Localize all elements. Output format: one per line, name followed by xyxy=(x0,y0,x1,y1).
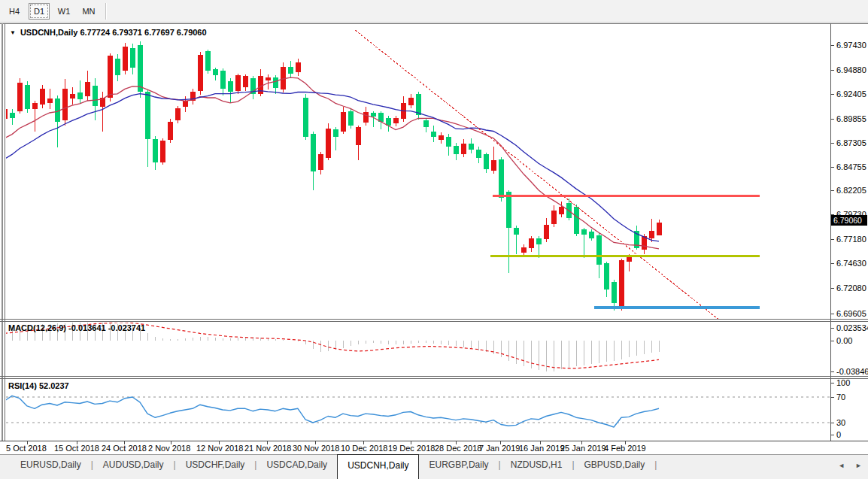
svg-text:6.77180: 6.77180 xyxy=(836,235,866,244)
timeframe-button-h4[interactable]: H4 xyxy=(4,3,25,20)
svg-text:0.023534: 0.023534 xyxy=(836,323,868,332)
svg-text:0: 0 xyxy=(836,430,841,439)
svg-text:-0.038466: -0.038466 xyxy=(836,367,868,376)
tab-gbpusd[interactable]: GBPUSD,Daily xyxy=(575,455,655,474)
tab-scroll-right-icon[interactable]: ► xyxy=(855,462,862,469)
svg-text:21 Nov 2018: 21 Nov 2018 xyxy=(244,444,291,453)
tab-eurusd[interactable]: EURUSD,Daily xyxy=(11,455,91,474)
svg-text:30 Nov 2018: 30 Nov 2018 xyxy=(293,444,339,453)
tab-usdchf[interactable]: USDCHF,Daily xyxy=(176,455,255,474)
svg-text:6.87305: 6.87305 xyxy=(836,138,866,147)
svg-text:12 Nov 2018: 12 Nov 2018 xyxy=(196,444,243,453)
svg-text:4 Feb 2019: 4 Feb 2019 xyxy=(604,444,646,453)
svg-text:6.74630: 6.74630 xyxy=(836,259,866,268)
svg-text:6.97430: 6.97430 xyxy=(836,41,866,50)
date-axis: 5 Oct 201815 Oct 201824 Oct 20182 Nov 20… xyxy=(6,441,646,453)
tab-usdcad[interactable]: USDCAD,Daily xyxy=(256,455,337,474)
timeframe-button-mn[interactable]: MN xyxy=(78,3,99,20)
svg-text:6.69605: 6.69605 xyxy=(836,309,866,318)
timeframe-button-w1[interactable]: W1 xyxy=(53,3,74,20)
svg-text:19 Dec 2018: 19 Dec 2018 xyxy=(388,444,435,453)
svg-text:25 Jan 2019: 25 Jan 2019 xyxy=(560,444,606,453)
svg-text:6.94880: 6.94880 xyxy=(836,65,866,74)
svg-text:24 Oct 2018: 24 Oct 2018 xyxy=(102,444,147,453)
tab-usdcnh[interactable]: USDCNH,Daily xyxy=(337,454,419,479)
tab-separator: | xyxy=(654,455,657,470)
chart-svg: 6.974306.948806.924056.898556.873056.847… xyxy=(0,23,868,454)
svg-text:6.82205: 6.82205 xyxy=(836,186,866,195)
tab-eurgbp[interactable]: EURGBP,Daily xyxy=(419,455,498,474)
svg-text:30: 30 xyxy=(836,418,845,427)
timeframe-button-d1[interactable]: D1 xyxy=(29,3,50,20)
svg-text:7 Jan 2019: 7 Jan 2019 xyxy=(479,444,520,453)
tab-nzdusd[interactable]: NZDUSD,H1 xyxy=(501,455,572,474)
toolbar-separator xyxy=(105,3,107,20)
svg-text:6.92405: 6.92405 xyxy=(836,89,866,99)
timeframe-buttons: H4D1W1MN xyxy=(0,3,99,20)
svg-text:5 Oct 2018: 5 Oct 2018 xyxy=(6,444,47,453)
svg-text:2 Nov 2018: 2 Nov 2018 xyxy=(148,444,190,453)
svg-text:70: 70 xyxy=(836,393,845,402)
tab-nav: ◄ ► xyxy=(838,462,862,469)
current-price-badge: 6.79060 xyxy=(831,215,867,226)
svg-text:28 Dec 2018: 28 Dec 2018 xyxy=(435,444,481,453)
trading-platform-window: H4D1W1MN 6.974306.948806.924056.898556.8… xyxy=(0,0,868,479)
tabs-container: EURUSD,Daily|AUDUSD,Daily|USDCHF,Daily|U… xyxy=(0,455,657,479)
toolbar: H4D1W1MN xyxy=(0,0,868,23)
svg-text:6.89855: 6.89855 xyxy=(836,114,866,123)
svg-text:0.00: 0.00 xyxy=(836,336,852,345)
symbol-tab-bar: EURUSD,Daily|AUDUSD,Daily|USDCHF,Daily|U… xyxy=(0,454,868,479)
svg-text:6.72080: 6.72080 xyxy=(836,283,866,293)
svg-text:6.84755: 6.84755 xyxy=(836,162,866,171)
tab-scroll-left-icon[interactable]: ◄ xyxy=(838,462,845,469)
svg-text:10 Dec 2018: 10 Dec 2018 xyxy=(341,444,387,453)
svg-text:15 Oct 2018: 15 Oct 2018 xyxy=(54,444,99,453)
tab-audusd[interactable]: AUDUSD,Daily xyxy=(93,455,174,474)
svg-text:100: 100 xyxy=(836,378,850,387)
svg-text:16 Jan 2019: 16 Jan 2019 xyxy=(519,444,565,453)
